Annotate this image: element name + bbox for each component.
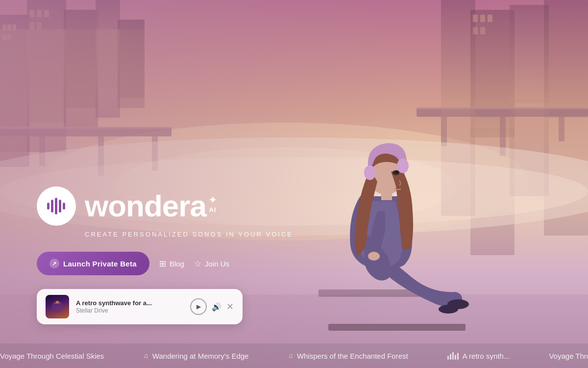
play-button[interactable]: ▶ bbox=[190, 298, 207, 315]
book-icon: ⊞ bbox=[159, 259, 166, 269]
svg-rect-60 bbox=[47, 203, 49, 210]
brand-name: wondera ✦ AI bbox=[85, 191, 217, 221]
tagline: CREATE PERSONALIZED SONGS IN YOUR VOICE bbox=[85, 231, 293, 238]
list-item: Voyage Through Celestial Skies bbox=[0, 352, 104, 360]
player-subtitle: Stellar Drive bbox=[76, 307, 183, 314]
volume-button[interactable]: 🔊 bbox=[212, 302, 221, 312]
player-title: A retro synthwave for a... bbox=[76, 299, 183, 308]
list-item: ♫ Whispers of the Enchanted Forest bbox=[288, 352, 408, 360]
list-item: ♫ Wandering at Memory's Edge bbox=[143, 352, 248, 360]
player-info: A retro synthwave for a... Stellar Drive bbox=[76, 299, 183, 315]
logo-icon-circle bbox=[37, 186, 76, 226]
music-note-icon: ♫ bbox=[143, 352, 148, 360]
svg-point-55 bbox=[364, 165, 376, 180]
svg-rect-54 bbox=[381, 191, 392, 200]
list-item: Voyage Through Celestial Skies bbox=[549, 352, 588, 360]
close-player-button[interactable]: ✕ bbox=[226, 302, 234, 311]
ticker-label: Voyage Through Celestial Skies bbox=[0, 352, 104, 360]
svg-point-52 bbox=[439, 305, 458, 314]
player-card: A retro synthwave for a... Stellar Drive… bbox=[37, 289, 243, 324]
svg-point-58 bbox=[395, 171, 398, 174]
launch-button-label: Launch Private Beta bbox=[63, 260, 137, 268]
join-button-label: Join Us bbox=[205, 260, 229, 268]
svg-rect-63 bbox=[59, 200, 61, 212]
brand-text: wondera bbox=[85, 191, 206, 221]
logo-row: wondera ✦ AI bbox=[37, 186, 293, 226]
svg-rect-62 bbox=[55, 198, 57, 214]
blog-button[interactable]: ⊞ Blog bbox=[159, 259, 184, 269]
music-note-icon: ♫ bbox=[288, 352, 293, 360]
svg-point-56 bbox=[397, 158, 409, 173]
player-thumb-inner bbox=[46, 295, 69, 318]
waveform-icon bbox=[447, 352, 459, 360]
blog-button-label: Blog bbox=[170, 260, 184, 268]
join-us-button[interactable]: ☆ Join Us bbox=[194, 259, 229, 269]
svg-point-59 bbox=[368, 252, 380, 261]
ticker-label: Whispers of the Enchanted Forest bbox=[297, 352, 408, 360]
launch-private-beta-button[interactable]: ↗ Launch Private Beta bbox=[37, 252, 149, 275]
hero-illustration bbox=[279, 59, 514, 343]
sparkle-icon: ✦ bbox=[208, 194, 217, 207]
ticker-label: A retro synth... bbox=[463, 352, 510, 360]
ai-label: AI bbox=[209, 207, 216, 213]
ticker-bar: Voyage Through Celestial Skies ♫ Wanderi… bbox=[0, 343, 588, 368]
arrow-icon: ↗ bbox=[49, 259, 59, 268]
star-icon: ☆ bbox=[194, 259, 201, 269]
list-item: A retro synth... bbox=[447, 352, 510, 360]
hero-content: wondera ✦ AI CREATE PERSONALIZED SONGS I… bbox=[37, 186, 293, 324]
ai-badge: ✦ AI bbox=[208, 194, 217, 213]
ticker-track: Voyage Through Celestial Skies ♫ Wanderi… bbox=[0, 352, 588, 360]
action-buttons: ↗ Launch Private Beta ⊞ Blog ☆ Join Us bbox=[37, 252, 293, 275]
svg-rect-64 bbox=[63, 203, 65, 210]
svg-rect-61 bbox=[51, 200, 53, 212]
player-thumbnail bbox=[46, 295, 69, 318]
player-controls: ▶ 🔊 ✕ bbox=[190, 298, 234, 315]
svg-rect-50 bbox=[328, 324, 466, 331]
ticker-label: Wandering at Memory's Edge bbox=[152, 352, 249, 360]
ticker-label: Voyage Through Celestial Skies bbox=[549, 352, 588, 360]
